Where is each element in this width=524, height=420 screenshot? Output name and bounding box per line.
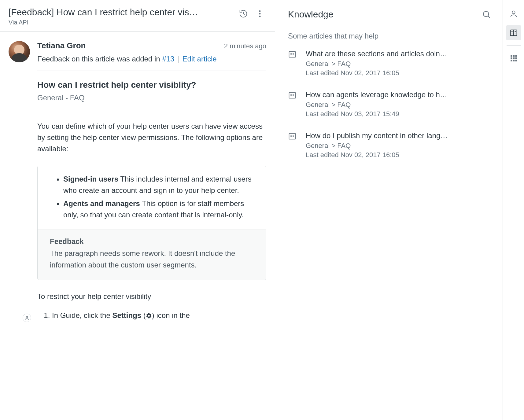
knowledge-item-path: General > FAQ <box>306 60 493 68</box>
svg-rect-29 <box>513 55 514 57</box>
svg-point-0 <box>259 10 261 12</box>
option-item: Signed-in users This includes internal a… <box>63 173 254 196</box>
avatar[interactable] <box>9 41 30 321</box>
feedback-block: Feedback The paragraph needs some rework… <box>38 230 266 279</box>
svg-rect-30 <box>515 55 517 57</box>
more-menu-icon[interactable] <box>255 9 264 18</box>
svg-rect-16 <box>289 134 296 139</box>
knowledge-item[interactable]: How can agents leverage knowledge to h… … <box>288 90 493 118</box>
steps-intro: To restrict your help center visibility <box>37 292 266 301</box>
feedback-heading: Feedback <box>50 237 254 246</box>
ticket-panel: [Feedback] How can I restrict help cente… <box>0 0 275 420</box>
svg-rect-32 <box>513 57 514 59</box>
knowledge-item-path: General > FAQ <box>306 101 493 109</box>
article-options-box: Signed-in users This includes internal a… <box>37 166 266 280</box>
svg-rect-34 <box>511 60 512 61</box>
ticket-title: [Feedback] How can I restrict help cente… <box>9 7 234 18</box>
edit-article-link[interactable]: Edit article <box>183 55 217 63</box>
feedback-prefix: Feedback on this article was added in <box>37 55 162 63</box>
option-item: Agents and managers This option is for s… <box>63 198 254 220</box>
svg-point-2 <box>259 16 261 17</box>
article-intro: You can define which of your help center… <box>37 120 266 155</box>
svg-point-21 <box>512 11 515 14</box>
article-icon <box>288 50 297 77</box>
ticket-link[interactable]: #13 <box>162 55 174 63</box>
knowledge-item-edited: Last edited Nov 02, 2017 16:05 <box>306 69 493 77</box>
option-label: Agents and managers <box>63 199 140 208</box>
knowledge-item-edited: Last edited Nov 03, 2017 15:49 <box>306 110 493 118</box>
svg-line-5 <box>488 16 490 18</box>
knowledge-subtitle: Some articles that may help <box>275 23 503 46</box>
ticket-header: [Feedback] How can I restrict help cente… <box>0 0 275 32</box>
user-icon[interactable] <box>506 6 521 21</box>
svg-point-1 <box>259 13 261 15</box>
article-icon <box>288 131 297 159</box>
author-name: Tetiana Gron <box>37 41 86 50</box>
svg-rect-6 <box>289 52 296 57</box>
step-item: In Guide, click the Settings () icon in … <box>52 310 266 321</box>
knowledge-item-edited: Last edited Nov 02, 2017 16:05 <box>306 151 493 159</box>
feedback-reference: Feedback on this article was added in #1… <box>37 55 266 71</box>
comment: Tetiana Gron 2 minutes ago Feedback on t… <box>9 41 266 321</box>
history-icon[interactable] <box>239 9 248 18</box>
right-rail <box>503 0 524 420</box>
feedback-text: The paragraph needs some rework. It does… <box>50 248 254 270</box>
article-breadcrumb: General - FAQ <box>37 94 266 102</box>
gear-icon <box>146 313 152 319</box>
search-icon[interactable] <box>482 10 491 19</box>
ticket-body: Tetiana Gron 2 minutes ago Feedback on t… <box>0 32 275 420</box>
knowledge-item[interactable]: How do I publish my content in other lan… <box>288 131 493 159</box>
knowledge-panel: Knowledge Some articles that may help Wh… <box>275 0 503 420</box>
knowledge-item-title: How do I publish my content in other lan… <box>306 131 493 140</box>
ticket-via: Via API <box>9 19 234 26</box>
svg-rect-31 <box>511 57 512 59</box>
knowledge-item-title: How can agents leverage knowledge to h… <box>306 90 493 99</box>
svg-rect-36 <box>515 60 517 61</box>
knowledge-item-path: General > FAQ <box>306 142 493 150</box>
option-label: Signed-in users <box>63 175 118 183</box>
svg-point-4 <box>483 11 489 17</box>
knowledge-icon[interactable] <box>506 25 521 40</box>
svg-rect-11 <box>289 93 296 98</box>
svg-rect-35 <box>513 60 514 61</box>
svg-point-3 <box>26 316 28 318</box>
svg-rect-28 <box>511 55 512 57</box>
apps-grid-icon[interactable] <box>506 50 521 66</box>
user-badge-icon <box>23 314 31 322</box>
svg-rect-33 <box>515 57 517 59</box>
knowledge-title: Knowledge <box>288 9 333 20</box>
comment-time: 2 minutes ago <box>224 42 266 50</box>
article-title: How can I restrict help center visiblity… <box>37 80 266 90</box>
knowledge-item-title: What are these sections and articles doi… <box>306 50 493 58</box>
steps-list: In Guide, click the Settings () icon in … <box>37 310 266 321</box>
knowledge-list: What are these sections and articles doi… <box>275 46 503 159</box>
article-icon <box>288 90 297 118</box>
knowledge-item[interactable]: What are these sections and articles doi… <box>288 50 493 77</box>
